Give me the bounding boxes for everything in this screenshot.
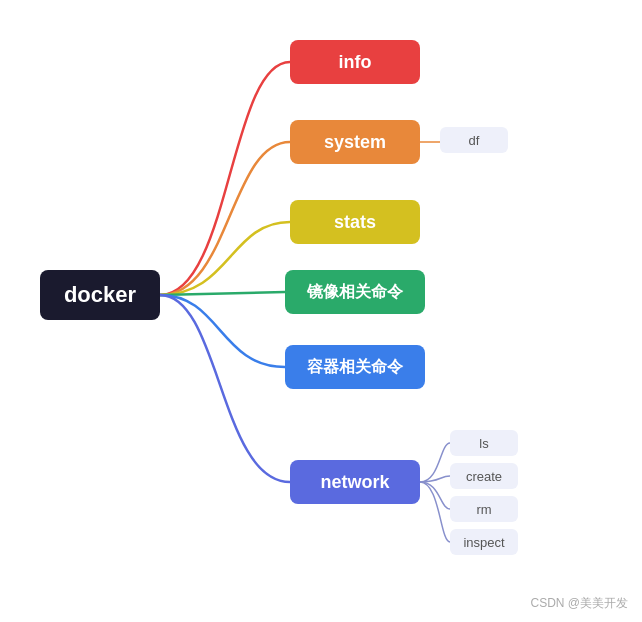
system-label: system [324,132,386,153]
stats-label: stats [334,212,376,233]
system-node: system [290,120,420,164]
docker-node: docker [40,270,160,320]
container-label: 容器相关命令 [307,357,403,378]
docker-label: docker [64,282,136,308]
inspect-label: inspect [463,535,504,550]
mirror-label: 镜像相关命令 [307,282,403,303]
ls-node: ls [450,430,518,456]
diagram-container: docker info system df stats 镜像相关命令 容器相关命… [0,0,642,622]
container-node: 容器相关命令 [285,345,425,389]
info-node: info [290,40,420,84]
create-label: create [466,469,502,484]
network-label: network [320,472,389,493]
rm-node: rm [450,496,518,522]
stats-node: stats [290,200,420,244]
df-label: df [469,133,480,148]
rm-label: rm [476,502,491,517]
ls-label: ls [479,436,488,451]
create-node: create [450,463,518,489]
df-node: df [440,127,508,153]
watermark: CSDN @美美开发 [530,595,628,612]
mirror-node: 镜像相关命令 [285,270,425,314]
inspect-node: inspect [450,529,518,555]
network-node: network [290,460,420,504]
info-label: info [339,52,372,73]
